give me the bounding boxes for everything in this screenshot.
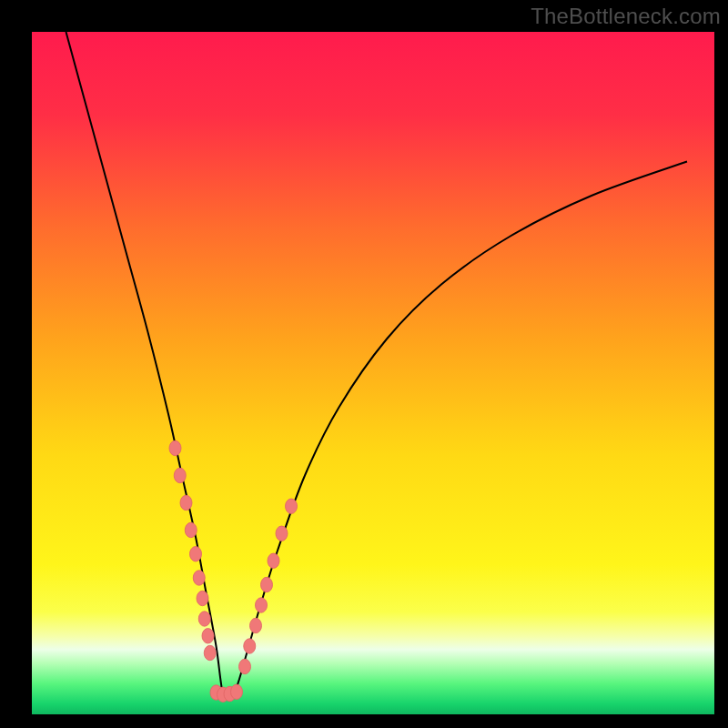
data-marker [180,495,192,510]
data-marker [185,522,197,537]
data-marker [198,612,210,626]
bottleneck-curve-path [66,32,688,698]
data-marker [276,526,288,541]
data-marker [239,659,251,673]
data-marker [244,639,256,653]
data-marker [231,684,243,699]
plot-area [32,32,714,714]
data-marker [286,499,298,513]
data-marker [202,629,214,643]
data-marker [174,468,186,482]
data-marker [204,645,216,660]
scatter-group [169,440,298,702]
data-marker [169,440,181,455]
data-marker [268,553,279,568]
data-marker [193,571,205,585]
chart-frame: TheBottleneck.com [0,0,728,728]
data-marker [190,547,202,561]
watermark-label: TheBottleneck.com [531,4,721,29]
data-marker [261,577,273,592]
data-marker [256,598,268,612]
data-marker [197,591,208,605]
chart-svg [32,32,714,714]
data-marker [250,618,262,632]
